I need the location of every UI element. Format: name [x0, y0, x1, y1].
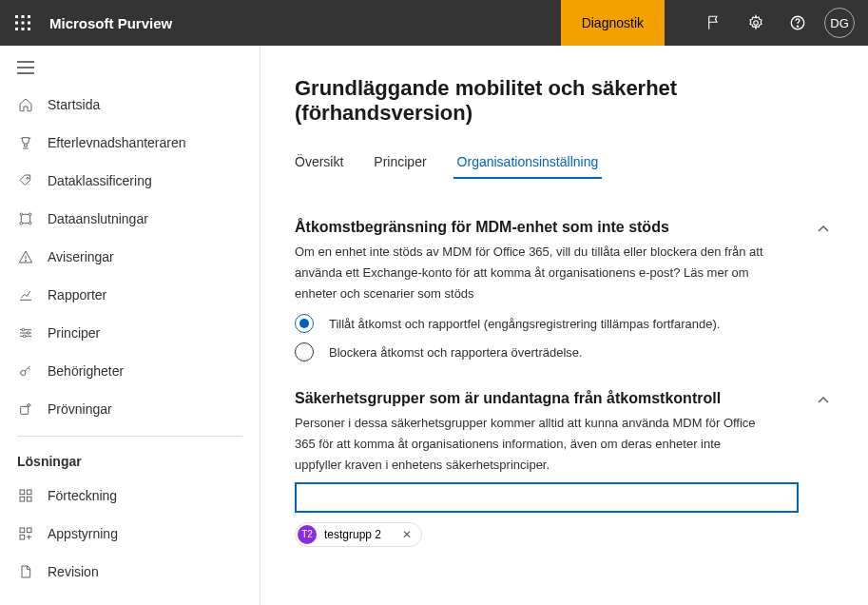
nav-label: Principer [48, 325, 100, 341]
main-content: Grundläggande mobilitet och säkerhet (fö… [260, 46, 868, 605]
svg-rect-0 [15, 15, 18, 18]
divider [17, 436, 242, 437]
nav-compliance-manager[interactable]: Efterlevnadshanteraren [0, 124, 260, 162]
chevron-up-icon[interactable] [817, 223, 830, 240]
radio-allow-row[interactable]: Tillåt åtkomst och rapportfel (engångsre… [295, 314, 794, 333]
svg-rect-3 [15, 22, 18, 25]
svg-point-9 [754, 21, 759, 26]
home-icon [17, 96, 34, 113]
svg-rect-6 [15, 28, 18, 30]
group-chip: T2 testgrupp 2 ✕ [295, 522, 422, 547]
apps-icon [17, 525, 34, 542]
svg-point-19 [29, 222, 31, 224]
chip-label: testgrupp 2 [324, 528, 381, 541]
connector-icon [17, 210, 34, 227]
grid-icon [17, 487, 34, 504]
section-description: Om en enhet inte stöds av MDM för Office… [295, 242, 770, 304]
nav-policies[interactable]: Principer [0, 314, 260, 352]
chevron-up-icon[interactable] [817, 394, 830, 411]
svg-point-26 [27, 332, 29, 335]
svg-rect-36 [20, 535, 25, 539]
svg-rect-33 [27, 497, 31, 501]
nav-alerts[interactable]: Aviseringar [0, 238, 260, 276]
svg-rect-34 [20, 528, 25, 533]
tabs: Översikt Principer Organisationsinställn… [295, 148, 839, 179]
nav-label: Rapporter [48, 287, 106, 302]
section-description: Personer i dessa säkerhetsgrupper kommer… [295, 413, 770, 476]
nav-label: Behörigheter [48, 363, 124, 379]
sliders-icon [17, 324, 34, 342]
key-icon [17, 362, 34, 380]
nav-audit[interactable]: Revision [0, 553, 260, 591]
nav-data-connectors[interactable]: Dataanslutningar [0, 200, 260, 238]
svg-rect-29 [21, 406, 29, 414]
nav-catalog[interactable]: Förteckning [0, 477, 260, 515]
svg-point-15 [27, 177, 29, 179]
help-icon[interactable] [777, 0, 819, 46]
svg-point-11 [797, 26, 798, 27]
tag-icon [17, 172, 34, 189]
section-title: Åtkomstbegränsning för MDM-enhet som int… [295, 219, 794, 236]
nav-label: Efterlevnadshanteraren [48, 135, 186, 150]
nav-label: Aviseringar [48, 249, 114, 264]
svg-rect-1 [22, 15, 25, 18]
section-access-restriction: Åtkomstbegränsning för MDM-enhet som int… [295, 219, 839, 361]
radio-block-label: Blockera åtkomst och rapportera överträd… [329, 345, 583, 360]
hamburger-icon[interactable] [0, 55, 260, 86]
solutions-heading: Lösningar [0, 444, 260, 477]
tab-policies[interactable]: Principer [374, 148, 426, 179]
svg-rect-8 [28, 28, 30, 30]
chip-avatar: T2 [298, 525, 317, 544]
nav-label: Prövningar [48, 401, 112, 417]
radio-block[interactable] [295, 342, 314, 361]
svg-point-28 [21, 370, 26, 375]
svg-point-16 [20, 213, 23, 216]
flag-icon[interactable] [693, 0, 735, 46]
chart-icon [17, 286, 34, 303]
svg-point-21 [25, 260, 26, 261]
nav-home[interactable]: Startsida [0, 86, 260, 124]
tab-org-settings[interactable]: Organisationsinställning [457, 148, 599, 179]
svg-rect-31 [27, 490, 31, 495]
svg-point-27 [23, 335, 26, 338]
nav-permissions[interactable]: Behörigheter [0, 352, 260, 390]
section-title: Säkerhetsgrupper som är undantagna från … [295, 390, 794, 407]
svg-point-17 [29, 213, 31, 216]
nav-label: Appstyrning [48, 526, 118, 541]
svg-rect-32 [20, 497, 25, 501]
tab-overview[interactable]: Översikt [295, 148, 343, 179]
svg-rect-30 [20, 490, 25, 495]
nav-app-governance[interactable]: Appstyrning [0, 515, 260, 553]
alert-icon [17, 248, 34, 265]
radio-allow-label: Tillåt åtkomst och rapportfel (engångsre… [329, 317, 720, 331]
nav-label: Startsida [48, 97, 100, 112]
sidebar: Startsida Efterlevnadshanteraren Datakla… [0, 46, 260, 605]
security-group-input[interactable] [295, 482, 799, 513]
user-avatar[interactable]: DG [824, 8, 855, 38]
svg-rect-7 [22, 28, 25, 30]
svg-point-18 [20, 222, 23, 224]
svg-rect-5 [28, 22, 30, 25]
nav-label: Förteckning [48, 488, 117, 503]
nav-data-classification[interactable]: Dataklassificering [0, 162, 260, 200]
radio-block-row[interactable]: Blockera åtkomst och rapportera överträd… [295, 342, 794, 361]
svg-rect-4 [22, 22, 25, 25]
chip-remove-icon[interactable]: ✕ [398, 528, 415, 541]
radio-allow[interactable] [295, 314, 314, 333]
nav-reports[interactable]: Rapporter [0, 276, 260, 314]
gear-icon[interactable] [735, 0, 777, 46]
nav-label: Dataklassificering [48, 173, 152, 188]
page-title: Grundläggande mobilitet och säkerhet (fö… [295, 76, 839, 126]
nav-label: Dataanslutningar [48, 211, 148, 226]
svg-rect-2 [28, 15, 30, 18]
sparkle-icon [17, 400, 34, 418]
diagnostic-button[interactable]: Diagnostik [561, 0, 665, 46]
document-icon [17, 563, 34, 580]
nav-label: Revision [48, 564, 99, 579]
svg-point-25 [22, 328, 25, 331]
trophy-icon [17, 134, 34, 151]
app-launcher-icon[interactable] [0, 0, 46, 46]
svg-rect-35 [27, 528, 31, 533]
brand-name: Microsoft Purview [49, 15, 172, 31]
nav-trials[interactable]: Prövningar [0, 390, 260, 428]
